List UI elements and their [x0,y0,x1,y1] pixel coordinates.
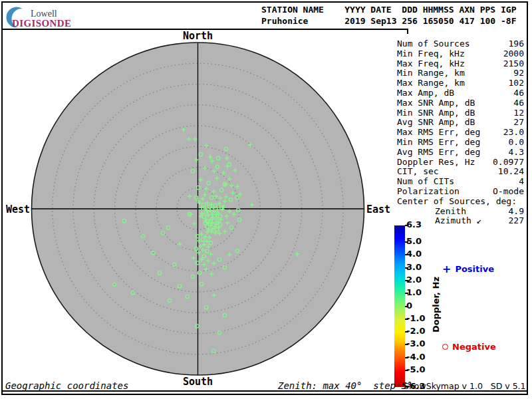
stats-label: Max Freq, kHz [397,59,465,69]
colorbar-tick-label: -2.0 [406,326,425,336]
colorbar-tick-label: 4.0 [406,249,422,259]
stats-label: Zenith [397,207,466,217]
stats-row: Max SNR Amp, dB46 [397,98,524,108]
stats-row: CIT, sec10.24 [397,167,524,177]
stats-label: CIT, sec [397,167,439,177]
colorbar-tick-label: -5.0 [406,364,425,374]
stats-value: 2000 [503,49,524,59]
stats-label: Num of CITs [397,177,454,187]
colorbar-axis-title: Doppler, Hz [431,277,441,332]
stats-value: 46 [513,88,524,98]
stats-label: Avg SNR Amp, dB [397,118,475,128]
stats-row: Zenith4.9 [397,207,524,217]
stats-value: 102 [509,78,524,88]
colorbar-tick-label: 3.0 [406,262,422,272]
stats-value: 0.0977 [493,158,524,168]
stats-value: 196 [509,39,524,49]
stats-value: 4.9 [509,207,524,217]
legend-negative: Negative [442,342,496,352]
stats-value: O-mode [493,187,524,197]
stats-row: Doppler Res, Hz0.0977 [397,158,524,168]
stats-value: 0.0 [509,138,524,148]
colorbar-tick-label: 6.3 [406,219,422,229]
stats-label: Num of Sources [397,39,470,49]
legend-positive-label: Positive [455,264,494,274]
stats-row: Avg SNR Amp, dB27 [397,118,524,128]
compass-south-label: South [170,376,226,388]
circle-marker-icon [442,344,448,350]
skymap-plot [0,30,420,392]
stats-row: Min SNR Amp, dB12 [397,108,524,118]
app-version-label: ShowSkymap v 1.0 SD v 5.1 [404,381,526,391]
stats-row: Max Freq, kHz2150 [397,59,524,69]
footer-separator-line [1,390,528,392]
stats-value: 10.24 [498,167,524,177]
showskymap-window: Lowell DIGISONDE STATION NAME YYYY DATE … [0,0,532,399]
stats-label: Min RMS Err, deg [397,138,480,148]
stats-label: Min SNR Amp, dB [397,108,475,118]
stats-value: 12 [513,108,524,118]
stats-label: Max SNR Amp, dB [397,98,475,108]
plus-marker-icon: + [442,265,451,273]
colorbar-tick-label: -3.0 [406,338,425,348]
stats-row: Max Range, km102 [397,78,524,88]
stats-label: Doppler Res, Hz [397,158,475,168]
legend-positive: + Positive [442,264,494,274]
stats-value: 4 [519,177,524,187]
stats-row: Avg RMS Err, deg4.3 [397,148,524,158]
stats-value: 2150 [503,59,524,69]
stats-label: Center of Sources, deg: [397,197,517,207]
compass-west-label: West [0,203,30,215]
colorbar-tick-label: 0 [406,301,412,311]
stats-row: Min Freq, kHz2000 [397,49,524,59]
stats-label: Min Freq, kHz [397,49,465,59]
stats-label: Max RMS Err, deg [397,128,480,138]
legend-negative-label: Negative [452,342,496,352]
stats-value: 227 [509,216,524,226]
stats-row: Max Amp, dB46 [397,88,524,98]
stats-label: Polarization [397,187,460,197]
stats-row: Num of CITs4 [397,177,524,187]
stats-row: PolarizationO-mode [397,187,524,197]
stats-value: 46 [513,98,524,108]
stats-row: Min RMS Err, deg0.0 [397,138,524,148]
stats-row: Center of Sources, deg: [397,197,524,207]
stats-row: Min Range, km92 [397,68,524,78]
header-column-titles: STATION NAME YYYY DATE DDD HHMMSS AXN PP… [261,5,517,15]
zenith-range-label: Zenith: max 40° step 5° [278,380,412,391]
stats-label: Avg RMS Err, deg [397,148,480,158]
measurement-stats-panel: Num of Sources196Min Freq, kHz2000Max Fr… [397,39,524,226]
logo-text-digisonde: DIGISONDE [12,18,71,29]
colorbar-tick-label: 2.0 [406,275,422,285]
stats-row: Num of Sources196 [397,39,524,49]
stats-row: Max RMS Err, deg23.0 [397,128,524,138]
stats-value: 92 [513,68,524,78]
header-station-values: Pruhonice 2019 Sep13 256 165050 417 100 … [261,16,517,26]
colorbar-tick-label: -1.0 [406,313,425,323]
stats-value: 4.3 [509,148,524,158]
colorbar-tick-label: -4.0 [406,352,425,362]
stats-label: Min Range, km [397,68,465,78]
stats-value: 27 [513,118,524,128]
colorbar-tick-label: 1.0 [406,287,422,297]
colorbar-tick-label: 5.0 [406,236,422,246]
coordinates-mode-label: Geographic coordinates [5,380,128,391]
stats-label: Max Amp, dB [397,88,454,98]
compass-north-label: North [170,30,226,42]
doppler-colorbar: 6.35.04.03.02.01.00-1.0-2.0-3.0-4.0-5.0-… [394,225,405,387]
stats-value: 23.0 [503,128,524,138]
stats-label: Max Range, km [397,78,465,88]
